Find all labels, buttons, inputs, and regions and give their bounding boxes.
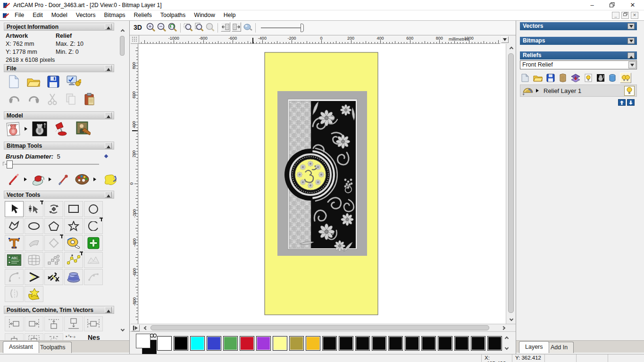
ruler-origin-button[interactable] (131, 35, 139, 44)
zoom-out-icon[interactable] (157, 22, 167, 33)
brush-flyout-diamond[interactable] (104, 154, 108, 158)
toggle-3d-view-button[interactable]: 3D (134, 24, 142, 31)
ruler-unit-dropdown[interactable] (501, 36, 509, 43)
node-tools-tool[interactable] (84, 269, 103, 285)
section-project-information[interactable]: Project Information (4, 23, 114, 31)
lighting-icon[interactable] (54, 121, 68, 136)
fade-slider-handle[interactable] (301, 24, 304, 32)
palette-swatch-12[interactable] (355, 336, 370, 351)
palette-swatch-8[interactable] (289, 336, 304, 351)
palette-swatch-15[interactable] (405, 336, 419, 351)
canvas-vscroll-thumb[interactable] (508, 53, 514, 313)
layer-expand-arrow[interactable] (536, 89, 541, 93)
collapse-bitmap-tools-button[interactable] (105, 143, 112, 149)
section-vector-tools[interactable]: Vector Tools (4, 191, 114, 199)
paint-flyout-arrow[interactable] (24, 177, 29, 181)
relief-selector-arrow[interactable] (628, 61, 636, 68)
assistant-scroll-down[interactable] (118, 326, 126, 333)
menu-window[interactable]: Window (190, 10, 219, 20)
offset-vectors-tool[interactable] (44, 235, 63, 251)
extrude-tool[interactable] (64, 269, 83, 285)
mdi-minimize-button[interactable]: _ (612, 12, 619, 19)
create-polyline-tool[interactable] (5, 218, 24, 234)
palette-swatch-14[interactable] (388, 336, 403, 351)
duplicate-relief-icon[interactable] (559, 73, 567, 83)
collapse-vector-tools-button[interactable] (105, 192, 112, 198)
restore-button[interactable] (602, 0, 621, 10)
create-text-tool[interactable] (5, 235, 24, 251)
section-model[interactable]: Model (4, 111, 114, 119)
delete-layer-icon[interactable] (609, 74, 616, 82)
toggle-all-lights-icon[interactable] (620, 73, 631, 83)
bitmaps-expand-button[interactable] (627, 38, 635, 44)
zoom-page-icon[interactable] (194, 22, 204, 33)
free-form-tool[interactable] (84, 252, 103, 268)
mdi-close-button[interactable]: ✕ (631, 12, 638, 19)
cut-icon[interactable] (47, 93, 59, 105)
palette-swatch-13[interactable] (372, 336, 386, 351)
mirror-vectors-tool[interactable] (5, 286, 24, 302)
section-file[interactable]: File (4, 64, 114, 72)
select-vectors-tool[interactable] (5, 201, 24, 217)
create-star-tool[interactable] (64, 218, 83, 234)
vectors-expand-button[interactable] (627, 23, 635, 29)
brush-diameter-slider-handle[interactable] (7, 160, 13, 168)
menu-toolpaths[interactable]: Toolpaths (156, 10, 190, 20)
palette-swatch-10[interactable] (322, 336, 337, 351)
zoom-previous-icon[interactable] (167, 22, 178, 33)
new-relief-layer-icon[interactable] (521, 73, 529, 83)
wrap-text-tool[interactable] (25, 235, 43, 251)
create-rectangle-tool[interactable] (64, 201, 83, 217)
collapse-project-info-button[interactable] (105, 24, 112, 30)
open-relief-icon[interactable] (533, 74, 543, 82)
menu-bitmaps[interactable]: Bitmaps (100, 10, 129, 20)
palette-swatch-7[interactable] (273, 336, 287, 351)
save-relief-icon[interactable] (546, 74, 555, 82)
canvas-scroll-up[interactable] (506, 45, 516, 52)
palette-scroll-down[interactable] (502, 344, 511, 352)
close-button[interactable]: ✕ (623, 0, 642, 10)
menu-model[interactable]: Model (47, 10, 72, 20)
texture-relief-icon[interactable] (75, 121, 91, 136)
align-right-button[interactable] (25, 316, 43, 331)
layer-visibility-icon[interactable] (584, 73, 593, 83)
create-polygon-tool[interactable] (44, 218, 63, 234)
palette-swatch-18[interactable] (454, 336, 469, 351)
open-model-icon[interactable] (26, 76, 41, 88)
block-copy-tool[interactable] (84, 235, 103, 251)
palette-swatch-0[interactable] (157, 336, 172, 351)
merge-layers-icon[interactable] (571, 74, 580, 82)
section-bitmap-tools[interactable]: Bitmap Tools (4, 142, 114, 150)
next-bitmap-layer-button[interactable] (232, 22, 241, 32)
tab-assistant[interactable]: Assistant (3, 341, 39, 353)
mdi-restore-button[interactable] (621, 12, 629, 19)
palette-swatch-4[interactable] (223, 336, 238, 351)
transform-vectors-tool[interactable] (44, 201, 63, 217)
align-top-button[interactable] (44, 316, 63, 331)
node-editing-tool[interactable] (25, 201, 43, 217)
tab-layers[interactable]: Layers (519, 341, 549, 353)
palette-scroll-up[interactable] (502, 335, 511, 342)
menu-reliefs[interactable]: Reliefs (130, 10, 156, 20)
palette-flyout-arrow[interactable] (93, 177, 98, 181)
collapse-file-button[interactable] (105, 65, 112, 71)
palette-swatch-16[interactable] (421, 336, 436, 351)
paint-selective-icon[interactable] (31, 173, 46, 186)
relief-selector-dropdown[interactable]: Front Relief (520, 60, 637, 69)
minimize-button[interactable]: – (583, 0, 602, 10)
vectors-header[interactable]: Vectors (520, 22, 637, 30)
bitmap-preview-icon[interactable] (596, 74, 605, 82)
move-layer-up-button[interactable] (618, 99, 626, 106)
assistant-scroll-thumb[interactable] (120, 36, 125, 56)
paste-icon[interactable] (84, 93, 95, 106)
create-ellipse-tool[interactable] (25, 218, 43, 234)
canvas-2d-view[interactable] (139, 44, 506, 324)
nesting-dots-icon[interactable]: ‣°•·∘ (65, 334, 76, 339)
palette-toggle-button[interactable] (131, 325, 140, 331)
centre-vectors-button[interactable] (25, 333, 43, 340)
fillet-vectors-tool[interactable] (64, 252, 83, 268)
canvas-hscrollbar[interactable] (131, 324, 516, 331)
palette-swatch-6[interactable] (256, 336, 271, 351)
model-properties-icon[interactable] (66, 75, 81, 88)
measure-tool[interactable] (64, 235, 83, 251)
